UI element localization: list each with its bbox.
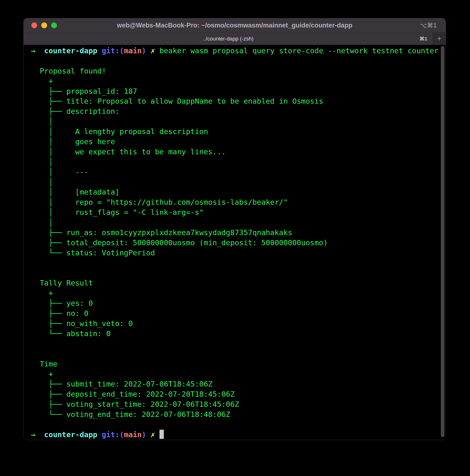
terminal-output-line: │ we expect this to be many lines...	[31, 147, 446, 157]
prompt-space	[155, 47, 159, 55]
prompt-git-close: )	[142, 430, 146, 439]
prompt-git-open: git:(	[102, 430, 124, 439]
terminal-output-line: ├── no_with_veto: 0	[31, 319, 446, 329]
prompt-space	[146, 47, 151, 55]
prompt-arrow-icon: →	[31, 47, 35, 55]
terminal-output-line	[31, 349, 446, 359]
terminal-output-line: Proposal found!	[31, 66, 446, 76]
prompt-arrow-icon: →	[31, 430, 35, 439]
terminal-output-line: ├── no: 0	[31, 308, 446, 319]
prompt-dir: counter-dapp	[44, 47, 97, 55]
terminal-output-line: ├── total_deposit: 500000000uosmo (min_d…	[31, 238, 446, 248]
plus-icon: +	[437, 34, 441, 43]
prompt-git-open: git:(	[102, 47, 124, 55]
terminal-output-line: Tally Result	[31, 278, 446, 288]
tab-counter-dapp[interactable]: ../counter-dapp (-zsh) ⌘1	[24, 33, 433, 45]
prompt-line: → counter-dapp git:(main) ✗	[31, 430, 446, 440]
terminal-output-line	[31, 420, 446, 430]
terminal-output-line: │	[31, 117, 446, 127]
terminal-output-line: │ ---	[31, 167, 446, 177]
terminal-output-line: │ A lengthy proposal description	[31, 127, 446, 137]
prompt-space	[97, 47, 102, 55]
terminal-window: web@Webs-MacBook-Pro: ~/osmo/cosmwasm/ma…	[23, 18, 446, 440]
traffic-lights	[31, 18, 57, 32]
prompt-git-branch: main	[124, 47, 142, 55]
tab-bar: ../counter-dapp (-zsh) ⌘1 +	[24, 32, 446, 45]
tab-shortcut-badge: ⌘1	[419, 36, 427, 42]
terminal-output-line: └── abstain: 0	[31, 329, 446, 339]
minimize-button[interactable]	[41, 22, 47, 28]
prompt-space	[35, 47, 44, 55]
terminal-output-line: │	[31, 177, 446, 187]
prompt-space	[97, 430, 102, 439]
prompt-dirty-icon: ✗	[151, 47, 155, 55]
window-titlebar[interactable]: web@Webs-MacBook-Pro: ~/osmo/cosmwasm/ma…	[24, 18, 446, 32]
terminal-output-line: │ goes here	[31, 137, 446, 147]
terminal-output-line: ├── proposal_id: 187	[31, 86, 446, 96]
terminal-output-line: Time	[31, 359, 446, 369]
prompt-git-branch: main	[124, 430, 142, 439]
terminal-output-line	[31, 56, 446, 66]
window-shortcut-badge: ⌥⌘1	[420, 22, 437, 29]
terminal-output-line	[31, 258, 446, 268]
terminal-output-line: ├── submit_time: 2022-07-06T18:45:06Z	[31, 379, 446, 389]
tab-label: ../counter-dapp (-zsh)	[203, 36, 253, 42]
terminal-output-line: ├── yes: 0	[31, 298, 446, 308]
terminal-output-line: └── status: VotingPeriod	[31, 248, 446, 258]
terminal-output-line: │	[31, 218, 446, 228]
terminal-output-line: ├── run_as: osmo1cyyzpxplxdzkeea7kwsydad…	[31, 228, 446, 238]
prompt-git-close: )	[142, 47, 146, 55]
terminal-output-line: ├── title: Proposal to allow DappName to…	[31, 96, 446, 106]
prompt-line: → counter-dapp git:(main) ✗ beaker wasm …	[31, 46, 446, 56]
terminal-output-line: +	[31, 288, 446, 298]
prompt-dir: counter-dapp	[44, 430, 97, 439]
prompt-space	[155, 430, 159, 439]
terminal-output-line: │	[31, 157, 446, 167]
prompt-space	[35, 430, 44, 439]
command-text: beaker wasm proposal query store-code --…	[159, 47, 439, 55]
close-button[interactable]	[31, 22, 37, 28]
terminal-output-line: ├── deposit_end_time: 2022-07-20T18:45:0…	[31, 389, 446, 399]
prompt-space	[146, 430, 151, 439]
terminal-output-line: │ repo = "https://github.com/osmosis-lab…	[31, 197, 446, 207]
zoom-button[interactable]	[51, 22, 57, 28]
window-title: web@Webs-MacBook-Pro: ~/osmo/cosmwasm/ma…	[117, 22, 352, 29]
terminal-output-line: ├── description:	[31, 106, 446, 117]
terminal-screen[interactable]: → counter-dapp git:(main) ✗ beaker wasm …	[24, 45, 446, 440]
prompt-dirty-icon: ✗	[151, 430, 155, 439]
new-tab-button[interactable]: +	[433, 33, 446, 45]
scrollbar-thumb[interactable]	[441, 46, 444, 437]
terminal-output-line: +	[31, 76, 446, 86]
terminal-output-line	[31, 339, 446, 349]
terminal-output-line: │ rust_flags = "-C link-arg=-s"	[31, 207, 446, 218]
terminal-output-line: │ [metadata]	[31, 187, 446, 197]
terminal-output-line	[31, 268, 446, 278]
terminal-output-line: +	[31, 369, 446, 379]
terminal-cursor	[159, 430, 164, 439]
terminal-output-line: └── voting_end_time: 2022-07-06T18:48:06…	[31, 409, 446, 420]
terminal-output-line: ├── voting_start_time: 2022-07-06T18:45:…	[31, 399, 446, 409]
